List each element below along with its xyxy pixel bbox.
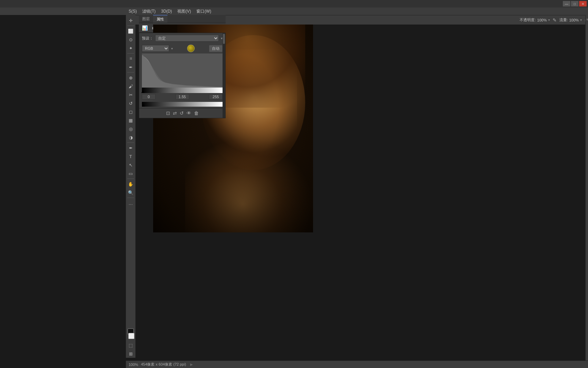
tool-separator-6 [127,198,134,198]
opacity-icon: ▾ [548,18,550,22]
flow-icon: ▾ [580,18,582,22]
midtone-input[interactable] [176,94,189,99]
eraser-tool[interactable]: ◻ [127,108,135,116]
lasso-tool[interactable]: ⊙ [127,35,135,44]
right-panel: » [585,15,588,361]
opacity-group: 不透明度: 100% ▾ [520,17,550,22]
menu-window[interactable]: 窗口(W) [194,8,214,15]
path-selection-tool[interactable]: ↖ [127,161,135,169]
output-gradient [142,102,223,107]
close-button[interactable]: ✕ [579,1,587,6]
histogram-svg [142,53,223,88]
rectangular-marquee-tool[interactable]: ⬜ [127,27,135,35]
crop-tool[interactable]: ⌗ [127,55,135,63]
menu-filter[interactable]: 滤镜(T) [140,8,158,15]
screen-mode-tool[interactable]: ⊞ [127,350,135,358]
input-sliders [142,88,223,93]
gradient-tool[interactable]: ▦ [127,116,135,124]
tool-separator-3 [127,72,134,73]
zoom-tool[interactable]: 🔍 [127,188,135,197]
link-icon[interactable]: ⇄ [173,110,177,116]
panel-tools-row: ⊡ ⇄ ↺ 👁 🗑 [139,108,225,118]
input-values [139,93,225,101]
hand-tool[interactable]: ✋ [127,180,135,188]
scroll-thumb[interactable] [223,34,225,44]
more-tools[interactable]: … [127,199,135,207]
menu-bar: S(S) 滤镜(T) 3D(D) 视图(V) 窗口(W) [0,7,588,15]
window-controls: — □ ✕ [563,1,587,6]
tool-separator-2 [127,53,134,53]
opacity-label: 不透明度: [520,17,536,22]
midtone-handle[interactable] [181,90,184,93]
highlight-input[interactable] [209,94,223,99]
eyedropper-tool[interactable]: ✒ [127,63,135,71]
tool-separator-1 [127,26,134,26]
clip-to-below-icon[interactable]: ⊡ [166,110,170,116]
output-shadow-handle[interactable] [142,104,145,107]
menu-view[interactable]: 视图(V) [175,8,194,15]
tool-separator-4 [127,142,134,143]
channel-dropdown-icon: ▾ [171,47,173,50]
levels-panel: 预设： 自定 ▾ RGB ▾ 自动 [139,33,226,118]
healing-brush-tool[interactable]: ⊕ [127,74,135,82]
shape-tool[interactable]: ▭ [127,169,135,178]
menu-select[interactable]: S(S) [126,8,140,14]
output-highlight-handle[interactable] [220,104,223,107]
tab-layers[interactable]: 图层 [139,15,153,23]
move-tool[interactable]: ✛ [127,16,135,25]
reset-icon[interactable]: ↺ [180,110,184,116]
background-color[interactable] [128,333,134,339]
flow-group: 流量: 100% ▾ [559,17,582,22]
channel-row: RGB ▾ 自动 [139,43,225,53]
pen-tool[interactable]: ✒ [127,144,135,152]
title-bar: — □ ✕ [0,0,588,7]
type-tool[interactable]: T [127,152,135,160]
preset-label: 预设： [142,36,153,41]
zoom-level: 100% [129,363,138,367]
magic-wand-tool[interactable]: ✦ [127,44,135,52]
brush-icon: ✎ [553,17,557,23]
dodge-tool[interactable]: ◑ [127,133,135,141]
histogram-area [142,53,223,88]
history-brush-tool[interactable]: ↺ [127,99,135,107]
menu-3d[interactable]: 3D(D) [158,8,175,14]
auto-button[interactable]: 自动 [209,45,223,52]
tool-separator-5 [127,179,134,179]
panel-scrollbar[interactable] [223,33,225,118]
visibility-icon[interactable]: 👁 [186,110,191,116]
cursor-indicator [187,45,195,52]
clone-stamp-tool[interactable]: ✂ [127,91,135,99]
shadow-input[interactable] [142,94,156,99]
image-dimensions: 454像素 x 604像素 (72 ppi) [141,362,186,367]
restore-button[interactable]: □ [571,1,578,6]
panel-tab-bar: 图层 属性 [139,15,226,23]
channel-select[interactable]: RGB [142,45,169,52]
tab-properties[interactable]: 属性 [153,15,167,23]
delete-icon[interactable]: 🗑 [194,110,199,116]
brush-tool[interactable]: 🖌 [127,82,135,90]
quick-mask-tool[interactable]: ⬚ [127,341,135,349]
shadow-handle[interactable] [141,90,145,93]
flow-label: 流量: [559,17,568,22]
right-panel-icon[interactable]: » [586,18,588,20]
minimize-button[interactable]: — [563,1,570,6]
blur-tool[interactable]: ◎ [127,125,135,133]
left-toolbar: ✛ ⬜ ⊙ ✦ ⌗ ✒ ⊕ 🖌 ✂ ↺ ◻ ▦ ◎ ◑ ✒ T ↖ ▭ ✋ 🔍 … [126,15,135,358]
preset-row: 预设： 自定 ▾ [139,33,225,43]
preset-select[interactable]: 自定 [155,35,219,42]
opacity-value[interactable]: 100% [537,18,547,22]
status-expand-icon[interactable]: ▶ [190,363,193,366]
status-bar: 100% 454像素 x 604像素 (72 ppi) ▶ [126,361,588,368]
histogram-icon[interactable]: 📊 [141,24,148,32]
flow-value[interactable]: 100% [569,18,579,22]
